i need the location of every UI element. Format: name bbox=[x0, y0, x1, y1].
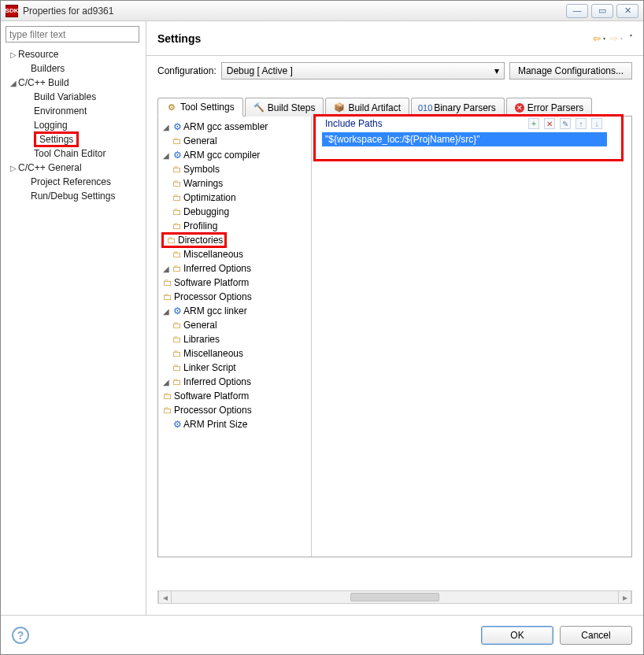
folder-icon: 🗀 bbox=[171, 249, 183, 260]
folder-icon: 🗀 bbox=[171, 376, 183, 387]
artifact-icon: 📦 bbox=[334, 102, 345, 113]
move-up-icon[interactable]: ↑ bbox=[576, 118, 587, 129]
back-arrow-icon[interactable]: ⇦▾ bbox=[593, 32, 605, 45]
folder-icon: 🗀 bbox=[171, 135, 183, 146]
node-asm-general[interactable]: 🗀General bbox=[158, 134, 311, 148]
folder-icon: 🗀 bbox=[171, 206, 183, 217]
filter-input[interactable] bbox=[6, 26, 139, 43]
tree-item-rundebug[interactable]: Run/Debug Settings bbox=[6, 189, 141, 203]
node-misc[interactable]: 🗀Miscellaneous bbox=[158, 247, 311, 261]
configuration-label: Configuration: bbox=[157, 65, 217, 76]
node-linker-general[interactable]: 🗀General bbox=[158, 318, 311, 332]
edit-icon[interactable]: ✎ bbox=[560, 118, 571, 129]
folder-icon: 🗀 bbox=[171, 362, 183, 373]
node-printsize[interactable]: ⚙ARM Print Size bbox=[158, 417, 311, 431]
cpu-icon: ⚙ bbox=[171, 305, 183, 316]
tool-settings-body: ◢⚙ARM gcc assembler 🗀General ◢⚙ARM gcc c… bbox=[157, 117, 632, 557]
tree-item-settings[interactable]: Settings bbox=[6, 132, 141, 146]
folder-icon: 🗀 bbox=[171, 220, 183, 231]
node-compiler[interactable]: ◢⚙ARM gcc compiler bbox=[158, 148, 311, 162]
category-tree: ▷Resource Builders ◢C/C++ Build Build Va… bbox=[6, 47, 141, 203]
tree-item-resource[interactable]: ▷Resource bbox=[6, 47, 141, 61]
node-linker-misc[interactable]: 🗀Miscellaneous bbox=[158, 346, 311, 361]
folder-icon: 🗀 bbox=[161, 291, 174, 302]
folder-icon: 🗀 bbox=[171, 178, 183, 189]
node-linker-script[interactable]: 🗀Linker Script bbox=[158, 361, 311, 375]
node-warnings[interactable]: 🗀Warnings bbox=[158, 176, 311, 191]
folder-icon: 🗀 bbox=[171, 348, 183, 359]
tree-item-buildvars[interactable]: Build Variables bbox=[6, 90, 141, 104]
maximize-button[interactable]: ▭ bbox=[591, 4, 613, 18]
tree-item-projrefs[interactable]: Project References bbox=[6, 175, 141, 189]
menu-dropdown-icon[interactable]: ▾ bbox=[630, 32, 632, 45]
page-title: Settings bbox=[157, 32, 593, 45]
folder-icon: 🗀 bbox=[161, 405, 174, 416]
scroll-left-icon[interactable]: ◂ bbox=[158, 591, 172, 603]
sdk-icon: SDK bbox=[6, 5, 18, 17]
node-libraries[interactable]: 🗀Libraries bbox=[158, 332, 311, 346]
tree-item-ccgeneral[interactable]: ▷C/C++ General bbox=[6, 161, 141, 175]
cpu-icon: ⚙ bbox=[171, 150, 183, 161]
include-paths-label: Include Paths bbox=[325, 118, 383, 129]
node-directories[interactable]: 🗀Directories bbox=[158, 233, 311, 247]
move-down-icon[interactable]: ↓ bbox=[591, 118, 602, 129]
tree-item-ccbuild[interactable]: ◢C/C++ Build bbox=[6, 76, 141, 90]
node-proc-link[interactable]: 🗀Processor Options bbox=[158, 403, 311, 417]
ok-button[interactable]: OK bbox=[481, 626, 553, 645]
error-icon: ✕ bbox=[515, 103, 524, 113]
tree-item-logging[interactable]: Logging bbox=[6, 118, 141, 132]
cancel-button[interactable]: Cancel bbox=[560, 626, 632, 645]
cpu-icon: ⚙ bbox=[171, 419, 183, 430]
folder-icon: 🗀 bbox=[171, 263, 183, 274]
node-optimization[interactable]: 🗀Optimization bbox=[158, 191, 311, 205]
node-symbols[interactable]: 🗀Symbols bbox=[158, 162, 311, 176]
cpu-icon: ⚙ bbox=[171, 121, 183, 132]
tab-tool-settings[interactable]: ⚙Tool Settings bbox=[157, 98, 243, 117]
titlebar: SDK Properties for ad9361 — ▭ ✕ bbox=[1, 1, 643, 21]
manage-configurations-button[interactable]: Manage Configurations... bbox=[509, 62, 632, 80]
folder-icon: 🗀 bbox=[171, 192, 183, 203]
close-button[interactable]: ✕ bbox=[616, 4, 638, 18]
folder-icon: 🗀 bbox=[165, 235, 178, 246]
highlight-include-paths: Include Paths ＋ ✕ ✎ ↑ ↓ "${workspace_loc… bbox=[313, 114, 624, 161]
delete-icon[interactable]: ✕ bbox=[544, 118, 555, 129]
folder-icon: 🗀 bbox=[171, 334, 183, 345]
window-title: Properties for ad9361 bbox=[23, 6, 563, 17]
node-sw-comp[interactable]: 🗀Software Platform bbox=[158, 276, 311, 290]
minimize-button[interactable]: — bbox=[566, 4, 588, 18]
hammer-icon: 🔨 bbox=[254, 102, 265, 113]
node-debugging[interactable]: 🗀Debugging bbox=[158, 205, 311, 219]
tree-item-environment[interactable]: Environment bbox=[6, 104, 141, 118]
dialog-footer: ? OK Cancel bbox=[1, 615, 643, 654]
tree-item-toolchain[interactable]: Tool Chain Editor bbox=[6, 146, 141, 161]
tree-item-builders[interactable]: Builders bbox=[6, 61, 141, 76]
binary-icon: 010 bbox=[420, 102, 431, 113]
settings-header: Settings ⇦▾ ⇨▾ ▾ bbox=[146, 21, 643, 56]
include-toolbar: ＋ ✕ ✎ ↑ ↓ bbox=[528, 118, 602, 129]
node-linker[interactable]: ◢⚙ARM gcc linker bbox=[158, 304, 311, 318]
node-asm[interactable]: ◢⚙ARM gcc assembler bbox=[158, 120, 311, 134]
dialog-body: ▷Resource Builders ◢C/C++ Build Build Va… bbox=[1, 21, 643, 615]
configuration-select[interactable]: Debug [ Active ] ▾ bbox=[221, 62, 505, 80]
include-path-entry[interactable]: "${workspace_loc:/${ProjName}/src}" bbox=[322, 132, 607, 146]
settings-pane: Settings ⇦▾ ⇨▾ ▾ Configuration: Debug [ … bbox=[146, 21, 643, 615]
node-sw-link[interactable]: 🗀Software Platform bbox=[158, 389, 311, 403]
gear-icon: ⚙ bbox=[166, 102, 177, 113]
node-inferred-link[interactable]: ◢🗀Inferred Options bbox=[158, 375, 311, 389]
scroll-thumb[interactable] bbox=[350, 593, 439, 601]
help-icon[interactable]: ? bbox=[12, 627, 29, 644]
folder-icon: 🗀 bbox=[171, 164, 183, 175]
nav-arrows: ⇦▾ ⇨▾ ▾ bbox=[593, 32, 632, 45]
configuration-row: Configuration: Debug [ Active ] ▾ Manage… bbox=[146, 56, 643, 86]
chevron-down-icon: ▾ bbox=[494, 65, 499, 76]
tab-build-steps[interactable]: 🔨Build Steps bbox=[245, 98, 324, 117]
forward-arrow-icon: ⇨▾ bbox=[610, 32, 623, 45]
node-inferred-comp[interactable]: ◢🗀Inferred Options bbox=[158, 261, 311, 276]
folder-icon: 🗀 bbox=[161, 390, 174, 402]
add-icon[interactable]: ＋ bbox=[528, 118, 539, 129]
node-proc-comp[interactable]: 🗀Processor Options bbox=[158, 290, 311, 304]
node-profiling[interactable]: 🗀Profiling bbox=[158, 219, 311, 233]
horizontal-scrollbar[interactable]: ◂ ▸ bbox=[157, 590, 632, 604]
scroll-right-icon[interactable]: ▸ bbox=[618, 591, 631, 603]
folder-icon: 🗀 bbox=[161, 277, 174, 288]
